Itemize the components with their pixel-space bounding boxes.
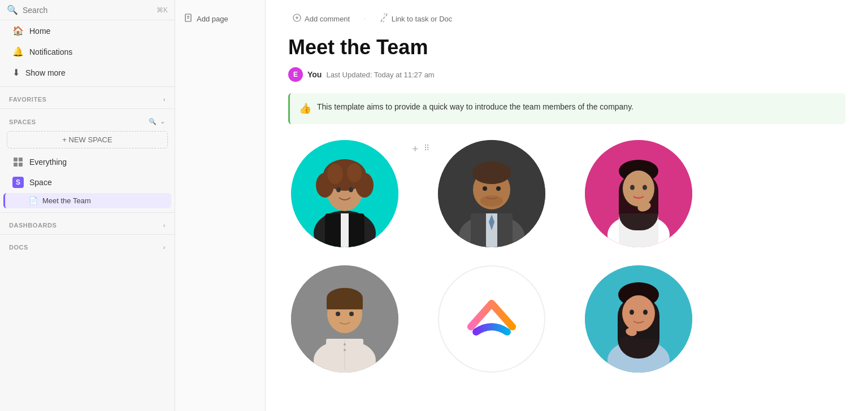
svg-point-60 <box>630 310 634 315</box>
sidebar-divider-3 <box>0 212 175 213</box>
svg-point-28 <box>472 161 511 184</box>
space-label: Space <box>29 178 52 187</box>
svg-point-40 <box>643 185 647 190</box>
sidebar-divider-1 <box>0 86 175 87</box>
svg-point-61 <box>643 310 648 315</box>
svg-rect-0 <box>14 158 18 161</box>
favorites-chevron[interactable]: › <box>163 96 166 103</box>
add-page-label: Add page <box>197 15 228 23</box>
sidebar-item-meet-the-team[interactable]: 📄 Meet the Team <box>3 193 171 208</box>
svg-point-46 <box>344 343 346 346</box>
toolbar-row: Add comment · Link to task or Doc <box>288 11 845 26</box>
svg-point-38 <box>623 170 654 207</box>
svg-point-30 <box>483 186 487 191</box>
add-comment-label: Add comment <box>305 15 350 23</box>
svg-rect-13 <box>341 213 349 247</box>
svg-point-21 <box>349 187 353 193</box>
space-icon: S <box>12 177 24 188</box>
link-button[interactable]: Link to task or Doc <box>375 11 457 26</box>
avatar-circle-6 <box>585 265 692 373</box>
spaces-label: SPACES <box>9 119 36 125</box>
svg-point-52 <box>349 312 354 316</box>
svg-point-20 <box>336 187 341 193</box>
spaces-chevron-icon[interactable]: ⌄ <box>160 118 166 125</box>
search-shortcut: ⌘K <box>157 6 168 14</box>
link-label: Link to task or Doc <box>392 15 453 23</box>
svg-point-31 <box>496 186 501 191</box>
avatar-circle-1 <box>291 140 398 247</box>
everything-label: Everything <box>29 158 67 167</box>
search-input[interactable] <box>23 6 152 15</box>
spaces-icons[interactable]: 🔍 ⌄ <box>149 118 166 125</box>
toolbar-divider: · <box>363 14 366 24</box>
add-page-button[interactable]: Add page <box>184 11 256 27</box>
avatar: E <box>288 67 303 82</box>
svg-point-19 <box>347 163 362 182</box>
svg-point-59 <box>622 295 655 331</box>
search-bar[interactable]: 🔍 ⌘K <box>0 0 175 20</box>
sidebar-item-everything[interactable]: Everything <box>3 152 171 172</box>
content-area: Add comment · Link to task or Doc Meet t… <box>266 0 868 411</box>
dashboards-section-header: DASHBOARDS › <box>0 216 175 231</box>
avatar-circle-logo <box>438 265 545 373</box>
home-icon: 🏠 <box>12 25 24 36</box>
sidebar-show-more-label: Show more <box>25 68 66 77</box>
dashboards-chevron[interactable]: › <box>163 222 166 229</box>
avatar-circle-2 <box>438 140 545 247</box>
search-icon: 🔍 <box>7 5 18 15</box>
sidebar-home-label: Home <box>29 27 50 36</box>
docs-label: DOCS <box>9 244 28 251</box>
sidebar-item-home[interactable]: 🏠 Home <box>3 21 171 41</box>
docs-chevron[interactable]: › <box>163 244 166 251</box>
page-title: Meet the Team <box>288 35 845 59</box>
sidebar-divider-4 <box>0 234 175 235</box>
avatar-circle-3 <box>585 140 692 247</box>
add-comment-button[interactable]: Add comment <box>288 11 354 26</box>
bell-icon: 🔔 <box>12 46 24 57</box>
favorites-section-header: FAVORITES › <box>0 90 175 105</box>
link-icon <box>380 14 388 24</box>
new-space-button[interactable]: + NEW SPACE <box>7 131 168 148</box>
sidebar: 🔍 ⌘K 🏠 Home 🔔 Notifications ⬇ Show more … <box>0 0 175 411</box>
svg-rect-50 <box>327 298 363 309</box>
svg-point-39 <box>630 185 635 190</box>
main-area: Add page Add comment · <box>175 0 868 411</box>
callout-box: 👍 This template aims to provide a quick … <box>288 93 845 124</box>
team-member-4 <box>288 265 401 373</box>
svg-point-51 <box>336 312 340 316</box>
team-member-2 <box>435 140 548 247</box>
sidebar-item-notifications[interactable]: 🔔 Notifications <box>3 42 171 62</box>
sidebar-divider-2 <box>0 108 175 109</box>
grid-drag-icon[interactable]: ⠿ <box>424 143 429 152</box>
sidebar-item-space[interactable]: S Space <box>3 173 171 192</box>
svg-rect-1 <box>19 158 23 161</box>
left-panel: Add page <box>175 0 266 411</box>
last-updated: Last Updated: Today at 11:27 am <box>326 71 434 79</box>
callout-text: This template aims to provide a quick wa… <box>317 101 633 113</box>
team-member-logo <box>435 265 548 373</box>
svg-rect-2 <box>14 163 18 167</box>
callout-emoji: 👍 <box>299 101 311 116</box>
team-member-6 <box>582 265 695 373</box>
svg-point-29 <box>480 195 503 207</box>
dashboards-label: DASHBOARDS <box>9 222 57 229</box>
svg-rect-3 <box>19 163 23 167</box>
everything-icon <box>12 156 24 168</box>
team-member-3 <box>582 140 695 247</box>
avatar-circle-4 <box>291 265 398 373</box>
team-member-1: + ⠿ <box>288 140 401 247</box>
author-row: E You Last Updated: Today at 11:27 am <box>288 67 845 82</box>
doc-label: Meet the Team <box>42 196 91 205</box>
sidebar-item-show-more[interactable]: ⬇ Show more <box>3 63 171 82</box>
doc-icon: 📄 <box>29 196 38 205</box>
plus-icon[interactable]: + <box>412 143 418 155</box>
search-spaces-icon[interactable]: 🔍 <box>149 118 157 125</box>
svg-point-47 <box>344 349 346 351</box>
add-page-icon <box>184 14 193 24</box>
team-grid: + ⠿ <box>288 140 845 395</box>
svg-point-18 <box>327 164 343 184</box>
sidebar-notifications-label: Notifications <box>29 47 72 56</box>
docs-section-header: DOCS › <box>0 238 175 253</box>
favorites-label: FAVORITES <box>9 96 46 103</box>
author-name: You <box>307 70 322 79</box>
